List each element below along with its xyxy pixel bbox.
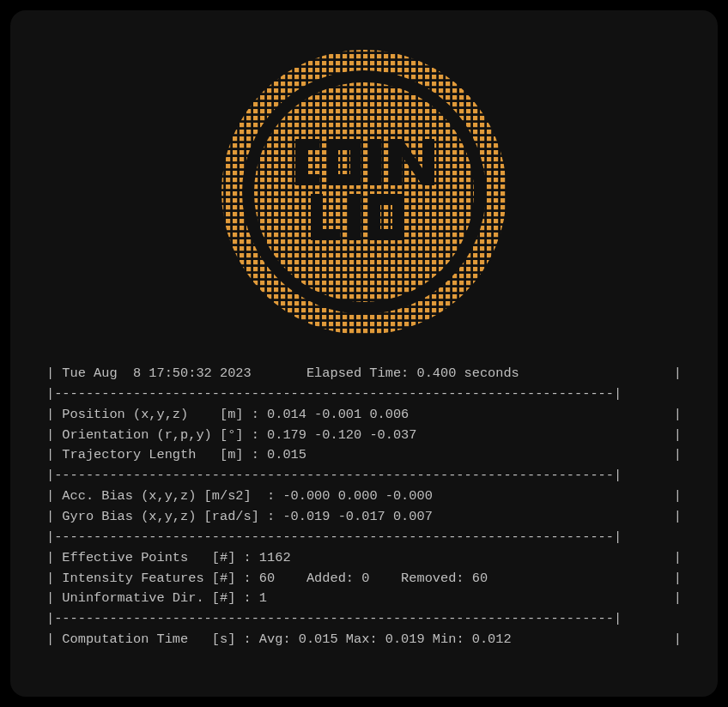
int-removed-label: Removed: [401, 571, 464, 586]
uninformative-row: | Uninformative Dir. [#] : 1 | [46, 589, 682, 609]
coin-lio-logo [218, 46, 510, 338]
acc-bias-label: Acc. Bias (x,y,z) [m/s2] : [62, 488, 275, 504]
trajlen-value: 0.015 [267, 447, 306, 462]
int-added-label: Added: [306, 571, 354, 586]
gyro-bias-row: | Gyro Bias (x,y,z) [rad/s] : -0.019 -0.… [46, 507, 682, 528]
divider: |---------------------------------------… [46, 466, 682, 486]
unin-label: Uninformative Dir. [#] : [62, 590, 251, 606]
eff-label: Effective Points [#] : [62, 550, 251, 565]
unin-value: 1 [259, 590, 267, 606]
time-avg-label: Avg: [259, 631, 291, 647]
trajlen-label: Trajectory Length [m] : [62, 447, 259, 462]
trajectory-row: | Trajectory Length [m] : 0.015 | [46, 445, 682, 466]
gyro-bias-value: -0.019 -0.017 0.007 [282, 509, 432, 524]
divider: |---------------------------------------… [46, 384, 682, 405]
divider: |---------------------------------------… [46, 609, 682, 630]
acc-bias-value: -0.000 0.000 -0.000 [282, 488, 432, 504]
orientation-label: Orientation (r,p,y) [°] : [62, 427, 259, 443]
int-label: Intensity Features [#] : [62, 571, 251, 586]
computation-time-row: | Computation Time [s] : Avg: 0.015 Max:… [46, 630, 682, 650]
position-row: | Position (x,y,z) [m] : 0.014 -0.001 0.… [46, 405, 682, 426]
gyro-bias-label: Gyro Bias (x,y,z) [rad/s] : [62, 509, 275, 524]
time-avg-value: 0.015 [299, 631, 338, 647]
int-added-value: 0 [361, 571, 369, 586]
time-max-label: Max: [346, 631, 378, 647]
svg-rect-19 [218, 46, 510, 338]
time-label: Computation Time [s] : [62, 631, 251, 647]
int-value: 60 [259, 571, 275, 586]
int-removed-value: 60 [472, 571, 488, 586]
position-value: 0.014 -0.001 0.006 [267, 407, 409, 422]
time-min-label: Min: [433, 631, 464, 647]
divider: |---------------------------------------… [46, 528, 682, 548]
elapsed-label: Elapsed Time: [306, 366, 409, 381]
header-row: | Tue Aug 8 17:50:32 2023 Elapsed Time: … [46, 364, 682, 384]
position-label: Position (x,y,z) [m] : [62, 407, 259, 422]
time-min-value: 0.012 [472, 631, 512, 647]
time-max-value: 0.019 [385, 631, 425, 647]
effective-points-row: | Effective Points [#] : 1162 | [46, 548, 682, 569]
elapsed-value: 0.400 seconds [416, 366, 519, 381]
acc-bias-row: | Acc. Bias (x,y,z) [m/s2] : -0.000 0.00… [46, 486, 682, 507]
orientation-row: | Orientation (r,p,y) [°] : 0.179 -0.120… [46, 426, 682, 446]
intensity-features-row: | Intensity Features [#] : 60 Added: 0 R… [46, 569, 682, 589]
timestamp: Tue Aug 8 17:50:32 2023 [62, 366, 251, 381]
orientation-value: 0.179 -0.120 -0.037 [267, 427, 416, 443]
terminal-output: | Tue Aug 8 17:50:32 2023 Elapsed Time: … [10, 10, 718, 697]
eff-value: 1162 [259, 550, 291, 565]
